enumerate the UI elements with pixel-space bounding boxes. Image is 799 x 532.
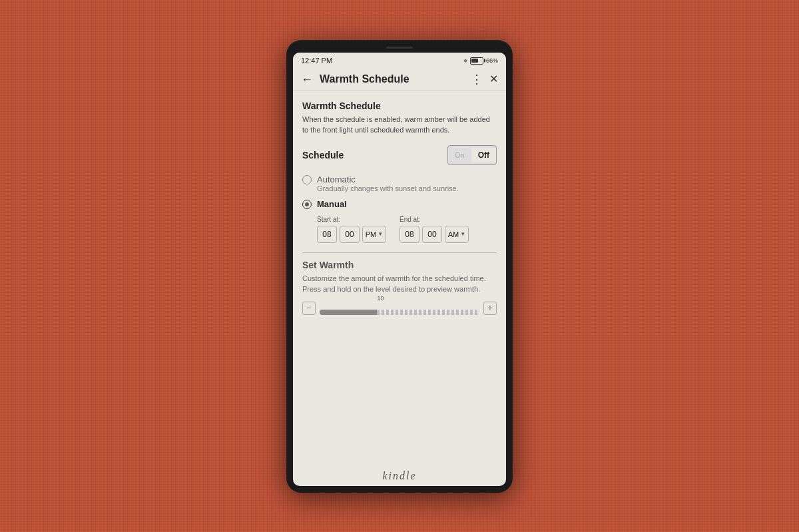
back-button[interactable]: ← bbox=[301, 73, 320, 85]
kindle-logo: kindle bbox=[293, 463, 506, 486]
warmth-value-label: 10 bbox=[377, 295, 384, 302]
main-content: Warmth Schedule When the schedule is ena… bbox=[293, 91, 506, 463]
battery-icon bbox=[470, 57, 483, 65]
battery-container: 66% bbox=[470, 57, 498, 65]
manual-content: Manual bbox=[317, 199, 497, 209]
battery-fill bbox=[471, 59, 478, 63]
kindle-device: 12:47 PM ⌖ 66% ← Warmth Schedule ⋮ ✕ bbox=[286, 40, 513, 493]
manual-option[interactable]: Manual bbox=[302, 199, 497, 209]
start-time-group: Start at: 08 00 PM ▼ bbox=[317, 216, 386, 243]
end-minute-input[interactable]: 00 bbox=[422, 226, 442, 243]
device-notch bbox=[386, 47, 413, 49]
close-button[interactable]: ✕ bbox=[489, 74, 498, 85]
start-time-label: Start at: bbox=[317, 216, 386, 223]
start-ampm-select[interactable]: PM ▼ bbox=[362, 226, 386, 243]
schedule-label: Schedule bbox=[302, 150, 344, 160]
status-icons: ⌖ 66% bbox=[463, 57, 498, 65]
start-hour-input[interactable]: 08 bbox=[317, 226, 337, 243]
warmth-title: Set Warmth bbox=[302, 260, 497, 270]
slider-filled bbox=[320, 310, 377, 315]
device-screen: 12:47 PM ⌖ 66% ← Warmth Schedule ⋮ ✕ bbox=[293, 53, 506, 486]
end-ampm-arrow: ▼ bbox=[460, 231, 465, 237]
page-title: Warmth Schedule bbox=[302, 101, 497, 111]
toggle-on-label: On bbox=[448, 148, 471, 162]
time-fields-row: Start at: 08 00 PM ▼ End at: 08 00 bbox=[317, 216, 497, 243]
schedule-row: Schedule On Off bbox=[302, 145, 497, 165]
battery-percent: 66% bbox=[486, 57, 498, 64]
end-ampm-select[interactable]: AM ▼ bbox=[445, 226, 469, 243]
toggle-off-label: Off bbox=[471, 148, 496, 162]
manual-label: Manual bbox=[317, 199, 497, 209]
nav-title: Warmth Schedule bbox=[320, 73, 471, 85]
start-minute-input[interactable]: 00 bbox=[340, 226, 360, 243]
nav-actions: ⋮ ✕ bbox=[471, 73, 498, 85]
section-divider bbox=[302, 252, 497, 253]
end-hour-input[interactable]: 08 bbox=[400, 226, 419, 243]
status-bar: 12:47 PM ⌖ 66% bbox=[293, 53, 506, 68]
end-time-group: End at: 08 00 AM ▼ bbox=[400, 216, 469, 243]
schedule-toggle[interactable]: On Off bbox=[447, 145, 497, 165]
warmth-slider-row: − 10 + bbox=[302, 302, 497, 315]
warmth-description: Customize the amount of warmth for the s… bbox=[302, 273, 497, 295]
warmth-slider[interactable]: 10 bbox=[320, 302, 479, 315]
slider-dashes bbox=[377, 310, 479, 315]
manual-radio[interactable] bbox=[302, 200, 312, 209]
page-description: When the schedule is enabled, warm amber… bbox=[302, 114, 497, 136]
warmth-increase-button[interactable]: + bbox=[483, 302, 497, 315]
more-button[interactable]: ⋮ bbox=[471, 73, 483, 85]
wifi-icon: ⌖ bbox=[463, 57, 467, 65]
slider-track bbox=[320, 310, 479, 315]
automatic-label: Automatic bbox=[317, 174, 497, 184]
start-time-inputs: 08 00 PM ▼ bbox=[317, 226, 386, 243]
end-time-inputs: 08 00 AM ▼ bbox=[400, 226, 469, 243]
automatic-option[interactable]: Automatic Gradually changes with sunset … bbox=[302, 174, 497, 192]
automatic-radio[interactable] bbox=[302, 175, 312, 184]
automatic-sublabel: Gradually changes with sunset and sunris… bbox=[317, 184, 497, 192]
status-time: 12:47 PM bbox=[301, 57, 332, 65]
nav-bar: ← Warmth Schedule ⋮ ✕ bbox=[293, 68, 506, 91]
automatic-content: Automatic Gradually changes with sunset … bbox=[317, 174, 497, 192]
warmth-decrease-button[interactable]: − bbox=[302, 302, 316, 315]
end-time-label: End at: bbox=[400, 216, 469, 223]
start-ampm-arrow: ▼ bbox=[378, 231, 383, 237]
